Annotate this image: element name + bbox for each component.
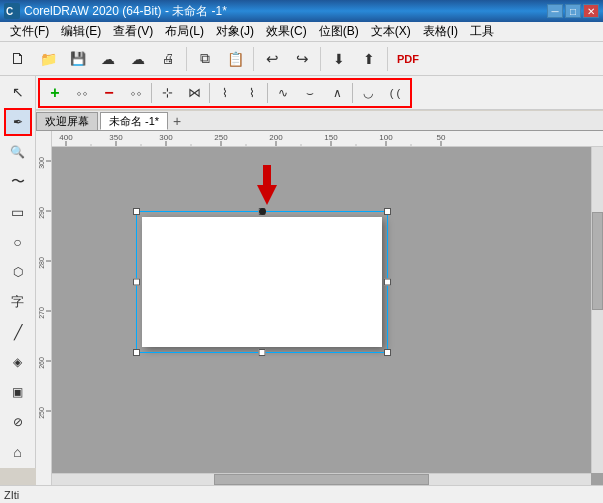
page-canvas — [142, 217, 382, 347]
menu-layout[interactable]: 布局(L) — [159, 21, 210, 42]
menu-file[interactable]: 文件(F) — [4, 21, 55, 42]
text-tool[interactable]: 字 — [4, 288, 32, 316]
menu-object[interactable]: 对象(J) — [210, 21, 260, 42]
handle-bottom-middle[interactable] — [259, 349, 266, 356]
copy-button[interactable]: ⧉ — [191, 45, 219, 73]
delete-node-button[interactable]: − — [96, 80, 122, 106]
pattern-icon: ▣ — [12, 385, 23, 399]
scrollbar-horizontal[interactable] — [52, 473, 591, 485]
scrollbar-vertical[interactable] — [591, 147, 603, 473]
minimize-button[interactable]: ─ — [547, 4, 563, 18]
cloud-download-button[interactable]: ☁ — [124, 45, 152, 73]
curve-cusp-button[interactable]: ∧ — [324, 80, 350, 106]
home-tool[interactable]: ⌂ — [4, 438, 32, 466]
curve-smooth-button[interactable]: ⌣ — [297, 80, 323, 106]
pen-icon: ✒ — [13, 115, 23, 129]
freehand-tool[interactable]: 〜 — [4, 168, 32, 196]
node-convert-icon: ⌇ — [222, 86, 228, 100]
node-line-button[interactable]: ◡ — [355, 80, 381, 106]
menu-effects[interactable]: 效果(C) — [260, 21, 313, 42]
zoom-icon: 🔍 — [10, 145, 25, 159]
open-button[interactable]: 📁 — [34, 45, 62, 73]
menu-view[interactable]: 查看(V) — [107, 21, 159, 42]
ruler-left-svg: 300 290 280 270 260 250 — [36, 131, 52, 503]
redo-button[interactable]: ↪ — [288, 45, 316, 73]
svg-text:300: 300 — [159, 133, 173, 142]
save-icon: 💾 — [70, 51, 86, 66]
cloud-upload-button[interactable]: ☁ — [94, 45, 122, 73]
curve-sym-button[interactable]: ∿ — [270, 80, 296, 106]
copy-icon: ⧉ — [200, 50, 210, 67]
zoom-tool[interactable]: 🔍 — [4, 138, 32, 166]
select-icon: ↖ — [12, 84, 24, 100]
second-toolbar: 矩形 + ⬦⬦ − ⬦⬦ ⊹ ⋈ ⌇ ⌇ ∿ ⌣ ∧ ◡ ( ( — [0, 76, 603, 110]
node-left-icon: ⬦⬦ — [76, 87, 88, 98]
menu-text[interactable]: 文本(X) — [365, 21, 417, 42]
node-curve2-button[interactable]: ( ( — [382, 80, 408, 106]
sep-node-3 — [267, 83, 268, 103]
redo-icon: ↪ — [296, 50, 309, 68]
polygon-tool[interactable]: ⬡ — [4, 258, 32, 286]
handle-bottom-left[interactable] — [133, 349, 140, 356]
pattern-tool[interactable]: ▣ — [4, 378, 32, 406]
svg-text:100: 100 — [379, 133, 393, 142]
menu-bitmap[interactable]: 位图(B) — [313, 21, 365, 42]
scrollbar-thumb-horizontal[interactable] — [214, 474, 430, 485]
print-button[interactable]: 🖨 — [154, 45, 182, 73]
menu-bar: 文件(F) 编辑(E) 查看(V) 布局(L) 对象(J) 效果(C) 位图(B… — [0, 22, 603, 42]
handle-middle-left[interactable] — [133, 279, 140, 286]
tab-welcome[interactable]: 欢迎屏幕 — [36, 112, 98, 130]
cloud-download-icon: ☁ — [131, 51, 145, 67]
export-button[interactable]: ⬆ — [355, 45, 383, 73]
handle-bottom-right[interactable] — [384, 349, 391, 356]
sep-node-1 — [151, 83, 152, 103]
pen-tool[interactable]: ✒ — [4, 108, 32, 136]
svg-text:400: 400 — [59, 133, 73, 142]
tab-document[interactable]: 未命名 -1* — [100, 112, 168, 130]
pdf-button[interactable]: PDF — [392, 45, 424, 73]
node-join-button[interactable]: ⋈ — [181, 80, 207, 106]
svg-text:50: 50 — [437, 133, 446, 142]
node-indicator-left: ⬦⬦ — [69, 80, 95, 106]
svg-text:350: 350 — [109, 133, 123, 142]
app-icon: C — [4, 3, 20, 19]
svg-text:260: 260 — [38, 357, 45, 369]
scrollbar-thumb-vertical[interactable] — [592, 212, 603, 310]
eyedrop-tool[interactable]: ⊘ — [4, 408, 32, 436]
text-icon: 字 — [11, 293, 24, 311]
maximize-button[interactable]: □ — [565, 4, 581, 18]
canvas-area[interactable] — [52, 147, 603, 503]
handle-middle-right[interactable] — [384, 279, 391, 286]
menu-tools[interactable]: 工具 — [464, 21, 500, 42]
import-icon: ⬇ — [333, 51, 345, 67]
polygon-icon: ⬡ — [13, 265, 23, 279]
select-tool[interactable]: ↖ — [4, 78, 32, 106]
node-convert-button[interactable]: ⌇ — [212, 80, 238, 106]
node-break-button[interactable]: ⊹ — [154, 80, 180, 106]
rect-tool[interactable]: ▭ — [4, 198, 32, 226]
menu-table[interactable]: 表格(I) — [417, 21, 464, 42]
save-button[interactable]: 💾 — [64, 45, 92, 73]
curve-smooth-icon: ⌣ — [306, 86, 314, 100]
paste-button[interactable]: 📋 — [221, 45, 249, 73]
node-align-button[interactable]: ⌇ — [239, 80, 265, 106]
new-button[interactable] — [4, 45, 32, 73]
handle-top-right[interactable] — [384, 208, 391, 215]
import-button[interactable]: ⬇ — [325, 45, 353, 73]
undo-icon: ↩ — [266, 50, 279, 68]
sep-node-2 — [209, 83, 210, 103]
close-button[interactable]: ✕ — [583, 4, 599, 18]
ellipse-icon: ○ — [13, 234, 21, 250]
status-text: ZIti — [4, 489, 19, 501]
fill-tool[interactable]: ◈ — [4, 348, 32, 376]
svg-marker-39 — [257, 165, 277, 205]
toolbar-separator-3 — [320, 47, 321, 71]
undo-button[interactable]: ↩ — [258, 45, 286, 73]
menu-edit[interactable]: 编辑(E) — [55, 21, 107, 42]
handle-top-left[interactable] — [133, 208, 140, 215]
ruler-top-svg: 400 350 300 250 200 150 100 50 — [36, 131, 603, 147]
add-node-button[interactable]: + — [42, 80, 68, 106]
ellipse-tool[interactable]: ○ — [4, 228, 32, 256]
tab-add-button[interactable]: + — [168, 112, 186, 130]
line-tool[interactable]: ╱ — [4, 318, 32, 346]
